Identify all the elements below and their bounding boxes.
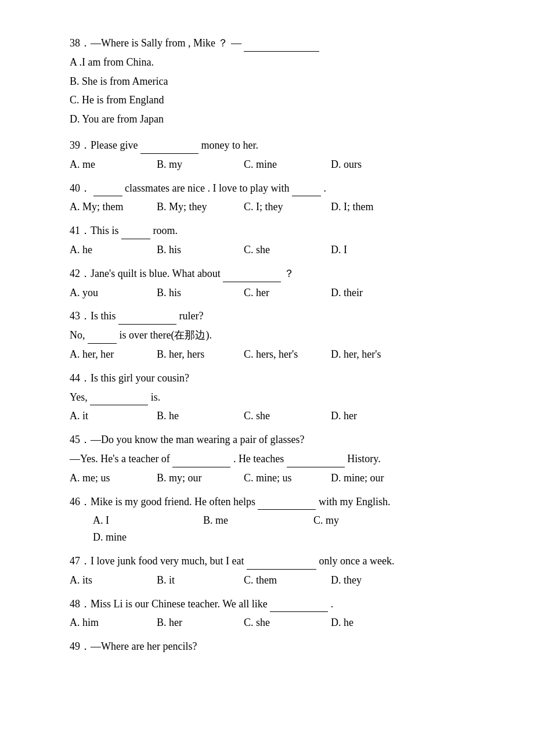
q45-text: 45．—Do you know the man wearing a pair o… <box>70 431 464 448</box>
q45-optB: B. my; our <box>157 470 226 487</box>
question-41: 41．This is room. A. he B. his C. she D. … <box>70 222 464 258</box>
q46-label: 46．Mike is my good friend. He often help… <box>70 496 258 507</box>
q39-optC: C. mine <box>244 156 313 173</box>
q42-label: 42．Jane's quilt is blue. What about <box>70 268 223 279</box>
q38-optC: C. He is from England <box>70 92 464 109</box>
q38-optB: B. She is from America <box>70 73 464 90</box>
q44-label: 44．Is this girl your cousin? <box>70 372 189 384</box>
question-38: 38．—Where is Sally from , Mike ？ — A .I … <box>70 35 464 128</box>
q46-optC: C. my <box>313 512 406 529</box>
q45-blank1 <box>172 456 230 467</box>
q45-optD: D. mine; our <box>331 470 400 487</box>
q42-optA: A. you <box>70 285 139 301</box>
q46-optB: B. me <box>203 512 296 529</box>
q47-after: only once a week. <box>319 555 394 567</box>
q48-options: A. him B. her C. she D. he <box>70 614 464 631</box>
q39-text: 39．Please give money to her. <box>70 137 464 154</box>
q47-optA: A. its <box>70 572 139 589</box>
q38-text: 38．—Where is Sally from , Mike ？ — <box>70 35 464 52</box>
q41-optC: C. she <box>244 242 313 258</box>
q44-optC: C. she <box>244 408 313 424</box>
q38-optD: D. You are from Japan <box>70 111 464 128</box>
q41-optD: D. I <box>331 242 400 258</box>
q45-blank2 <box>287 456 345 467</box>
q43-optD: D. her, her's <box>331 346 400 363</box>
q42-optB: B. his <box>157 285 226 301</box>
q40-optB: B. My; they <box>157 199 226 215</box>
q44-optD: D. her <box>331 408 400 424</box>
q44-sub-label: Yes, <box>70 391 88 403</box>
q44-blank <box>90 394 148 405</box>
q40-text: 40． classmates are nice . I love to play… <box>70 180 464 197</box>
q43-blank2 <box>88 332 117 344</box>
q43-subtext: No, is over there(在那边). <box>70 327 464 344</box>
q40-end: . <box>323 182 326 194</box>
q40-blank1 <box>93 185 122 196</box>
q42-after: ？ <box>284 268 294 279</box>
q39-optD: D. ours <box>331 156 400 173</box>
q46-options: A. I B. me C. my D. mine <box>70 512 464 546</box>
question-46: 46．Mike is my good friend. He often help… <box>70 494 464 546</box>
q44-options: A. it B. he C. she D. her <box>70 408 464 424</box>
q43-blank1 <box>118 313 176 325</box>
q42-options: A. you B. his C. her D. their <box>70 285 464 301</box>
q48-optC: C. she <box>244 614 313 631</box>
question-43: 43．Is this ruler? No, is over there(在那边)… <box>70 308 464 362</box>
q40-mid: classmates are nice . I love to play wit… <box>125 182 292 194</box>
q48-label: 48．Miss Li is our Chinese teacher. We al… <box>70 598 270 610</box>
q41-optB: B. his <box>157 242 226 258</box>
q43-optC: C. hers, her's <box>244 346 313 363</box>
q43-sub-label: No, <box>70 329 88 341</box>
q41-text: 41．This is room. <box>70 222 464 239</box>
q48-text: 48．Miss Li is our Chinese teacher. We al… <box>70 596 464 613</box>
q48-optB: B. her <box>157 614 226 631</box>
q46-optD: D. mine <box>93 529 163 546</box>
question-45: 45．—Do you know the man wearing a pair o… <box>70 431 464 486</box>
q46-text: 46．Mike is my good friend. He often help… <box>70 494 464 510</box>
q39-blank <box>140 142 199 154</box>
q47-label: 47．I love junk food very much, but I eat <box>70 555 247 567</box>
q45-sub-after: History. <box>347 453 380 465</box>
q46-blank <box>258 498 316 510</box>
q39-optB: B. my <box>157 156 226 173</box>
question-40: 40． classmates are nice . I love to play… <box>70 180 464 216</box>
q47-options: A. its B. it C. them D. they <box>70 572 464 589</box>
q43-optB: B. her, hers <box>157 346 226 363</box>
question-49: 49．—Where are her pencils? <box>70 638 464 655</box>
q48-after: . <box>331 598 334 610</box>
q43-sub-after: is over there(在那边). <box>120 329 212 341</box>
q48-optD: D. he <box>331 614 400 631</box>
q41-after: room. <box>153 225 178 236</box>
q45-options: A. me; us B. my; our C. mine; us D. mine… <box>70 470 464 487</box>
q48-blank <box>270 600 328 612</box>
question-48: 48．Miss Li is our Chinese teacher. We al… <box>70 596 464 632</box>
q43-optA: A. her, her <box>70 346 139 363</box>
q46-optA: A. I <box>93 512 186 529</box>
q42-blank <box>223 271 281 282</box>
q41-label: 41．This is <box>70 225 121 236</box>
q38-blank <box>244 40 319 52</box>
q45-sub-mid: . He teaches <box>233 453 287 465</box>
question-47: 47．I love junk food very much, but I eat… <box>70 553 464 589</box>
question-44: 44．Is this girl your cousin? Yes, is. A.… <box>70 370 464 424</box>
q45-sub-label: —Yes. He's a teacher of <box>70 453 172 465</box>
q40-optC: C. I; they <box>244 199 313 215</box>
q42-optD: D. their <box>331 285 400 301</box>
q42-text: 42．Jane's quilt is blue. What about ？ <box>70 265 464 282</box>
q40-label: 40． <box>70 182 91 194</box>
q43-options: A. her, her B. her, hers C. hers, her's … <box>70 346 464 363</box>
q47-text: 47．I love junk food very much, but I eat… <box>70 553 464 570</box>
question-39: 39．Please give money to her. A. me B. my… <box>70 137 464 173</box>
q38-optA: A .I am from China. <box>70 54 464 71</box>
q49-text: 49．—Where are her pencils? <box>70 638 464 655</box>
q40-optD: D. I; them <box>331 199 400 215</box>
q44-optB: B. he <box>157 408 226 424</box>
q42-optC: C. her <box>244 285 313 301</box>
q41-options: A. he B. his C. she D. I <box>70 242 464 258</box>
q38-label: 38．—Where is Sally from , Mike ？ — <box>70 37 241 49</box>
q40-blank2 <box>292 185 321 196</box>
q46-after: with my English. <box>319 496 391 507</box>
q45-subtext: —Yes. He's a teacher of . He teaches His… <box>70 451 464 467</box>
q44-optA: A. it <box>70 408 139 424</box>
q43-text: 43．Is this ruler? <box>70 308 464 325</box>
